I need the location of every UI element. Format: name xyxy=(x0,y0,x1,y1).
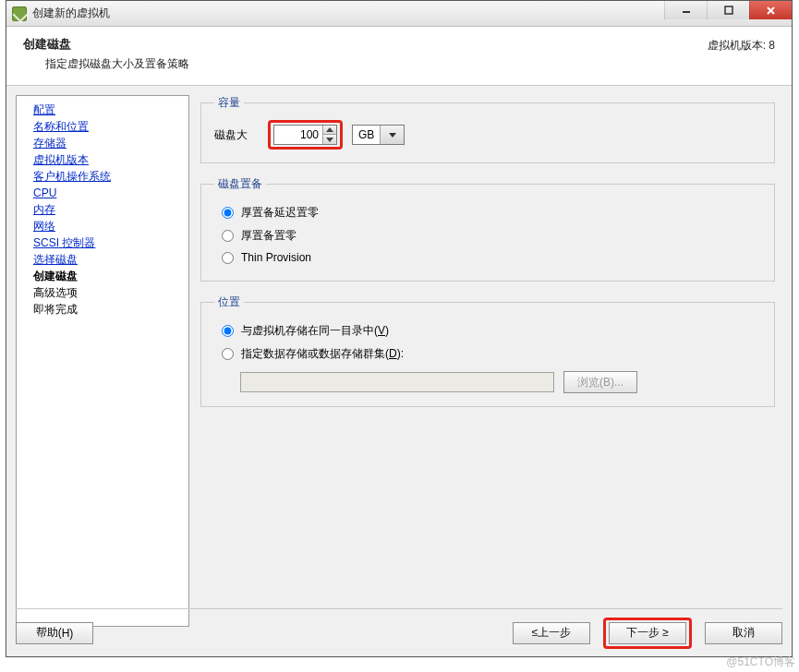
minimize-icon xyxy=(682,6,691,15)
sidebar-item-advanced: 高级选项 xyxy=(33,284,179,301)
maximize-button[interactable] xyxy=(707,1,749,19)
location-group: 位置 与虚拟机存储在同一目录中(V) 指定数据存储或数据存储群集(D): 浏览(… xyxy=(200,294,775,407)
next-button[interactable]: 下一步 ≥ xyxy=(609,622,686,644)
sidebar-item-scsi[interactable]: SCSI 控制器 xyxy=(33,234,179,251)
capacity-legend: 容量 xyxy=(214,95,244,111)
browse-button: 浏览(B)... xyxy=(563,371,637,393)
svg-marker-5 xyxy=(326,138,333,142)
chevron-up-icon xyxy=(326,127,333,132)
radio-location-same-input[interactable] xyxy=(222,325,234,337)
radio-location-same[interactable]: 与虚拟机存储在同一目录中(V) xyxy=(214,319,761,342)
disk-size-unit-value: GB xyxy=(353,128,380,141)
select-arrow xyxy=(380,126,404,144)
main-panel: 容量 磁盘大 xyxy=(189,95,782,627)
radio-location-datastore[interactable]: 指定数据存储或数据存储群集(D): xyxy=(214,342,761,366)
datastore-path-input xyxy=(240,372,554,392)
svg-rect-1 xyxy=(725,6,732,14)
sidebar-item-ready: 即将完成 xyxy=(33,301,179,318)
disk-size-spinner[interactable] xyxy=(273,125,337,145)
sidebar-item-cpu[interactable]: CPU xyxy=(33,185,179,201)
sidebar-item-vm-version[interactable]: 虚拟机版本 xyxy=(33,151,179,168)
window-buttons xyxy=(664,1,792,19)
radio-thick-lazy[interactable]: 厚置备延迟置零 xyxy=(214,201,761,224)
maximize-icon xyxy=(724,6,733,15)
svg-marker-6 xyxy=(389,133,396,138)
sidebar-item-name-location[interactable]: 名称和位置 xyxy=(33,118,179,135)
sidebar-item-network[interactable]: 网络 xyxy=(33,218,179,234)
disk-size-label: 磁盘大 xyxy=(214,127,259,143)
radio-location-datastore-input[interactable] xyxy=(222,348,234,360)
sidebar-item-select-disk[interactable]: 选择磁盘 xyxy=(33,251,179,268)
radio-thick-lazy-input[interactable] xyxy=(222,207,234,219)
radio-thick-eager-input[interactable] xyxy=(222,230,234,242)
titlebar: 创建新的虚拟机 xyxy=(6,1,792,27)
close-icon xyxy=(766,6,776,16)
close-button[interactable] xyxy=(749,1,792,19)
header-strip: 创建磁盘 指定虚拟磁盘大小及置备策略 虚拟机版本: 8 xyxy=(6,27,792,86)
disk-size-input[interactable] xyxy=(274,126,322,144)
chevron-down-icon xyxy=(389,133,396,138)
cancel-button[interactable]: 取消 xyxy=(705,622,782,644)
sidebar-item-guest-os[interactable]: 客户机操作系统 xyxy=(33,168,179,185)
window-title: 创建新的虚拟机 xyxy=(32,6,110,21)
sidebar-item-memory[interactable]: 内存 xyxy=(33,201,179,218)
provisioning-legend: 磁盘置备 xyxy=(214,176,266,192)
sidebar-item-create-disk: 创建磁盘 xyxy=(33,268,179,284)
footer: 帮助(H) ≤上一步 下一步 ≥ 取消 xyxy=(16,608,782,647)
help-button[interactable]: 帮助(H) xyxy=(16,622,93,644)
disk-size-unit-select[interactable]: GB xyxy=(352,125,405,145)
highlight-disk-size xyxy=(268,120,343,150)
body: 配置 名称和位置 存储器 虚拟机版本 客户机操作系统 CPU 内存 网络 SCS… xyxy=(6,86,792,627)
vsphere-icon xyxy=(12,6,27,21)
spinner-down[interactable] xyxy=(323,135,336,144)
spinner-up[interactable] xyxy=(323,126,336,135)
location-legend: 位置 xyxy=(214,294,244,310)
sidebar-item-config[interactable]: 配置 xyxy=(33,102,179,118)
provisioning-group: 磁盘置备 厚置备延迟置零 厚置备置零 Thin Provision xyxy=(200,176,775,282)
vm-version-label: 虚拟机版本: 8 xyxy=(708,38,775,54)
page-subtitle: 指定虚拟磁盘大小及置备策略 xyxy=(23,56,189,72)
svg-marker-4 xyxy=(326,127,333,132)
radio-thick-eager[interactable]: 厚置备置零 xyxy=(214,224,761,247)
minimize-button[interactable] xyxy=(664,1,707,19)
chevron-down-icon xyxy=(326,138,333,142)
highlight-next: 下一步 ≥ xyxy=(603,618,692,649)
sidebar: 配置 名称和位置 存储器 虚拟机版本 客户机操作系统 CPU 内存 网络 SCS… xyxy=(16,95,189,627)
capacity-group: 容量 磁盘大 xyxy=(200,95,775,163)
sidebar-item-storage[interactable]: 存储器 xyxy=(33,135,179,151)
back-button[interactable]: ≤上一步 xyxy=(513,622,590,644)
radio-thin[interactable]: Thin Provision xyxy=(214,247,761,268)
radio-thin-input[interactable] xyxy=(222,252,234,264)
wizard-window: 创建新的虚拟机 创建磁盘 指定虚拟磁盘大小及置备策略 虚拟机版本: 8 xyxy=(6,0,793,657)
watermark: @51CTO博客 xyxy=(726,654,795,670)
page-title: 创建磁盘 xyxy=(23,36,189,53)
